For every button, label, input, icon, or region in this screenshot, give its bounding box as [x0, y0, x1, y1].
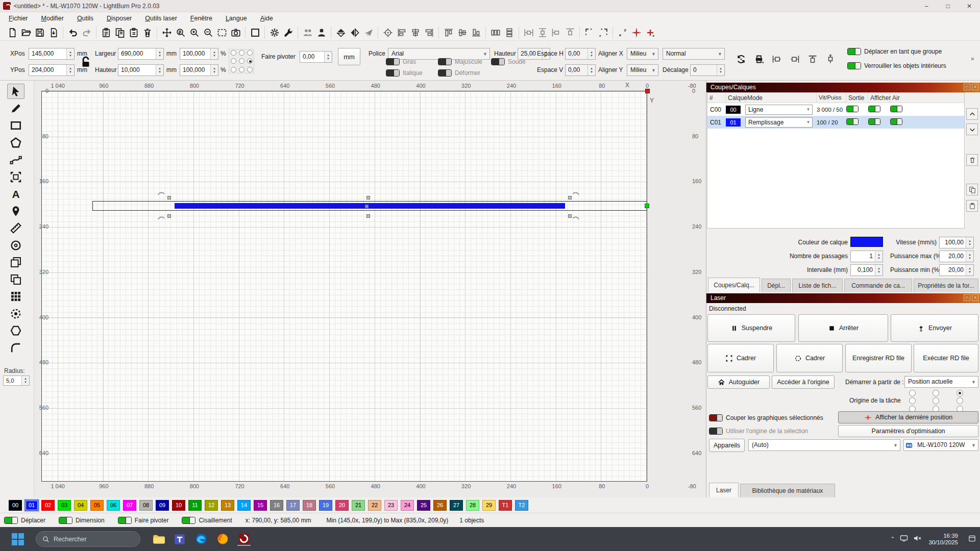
soude-toggle[interactable] [491, 58, 505, 65]
appareils-button[interactable]: Appareils [709, 439, 745, 452]
palette-chip-04[interactable]: 04 [74, 500, 87, 511]
shape-start-node[interactable] [645, 204, 649, 208]
hang-square-icon[interactable] [823, 52, 837, 66]
maximize-button-icon[interactable]: □ [937, 0, 959, 12]
frame-selection-icon[interactable] [215, 26, 229, 39]
polygon-tool-icon[interactable] [7, 135, 24, 151]
print-origin-icon[interactable] [381, 26, 395, 39]
scale-anchor-4[interactable] [239, 58, 244, 64]
palette-chip-20[interactable]: 20 [335, 500, 349, 511]
afficher-derniere-position-button[interactable]: Afficher la dernière position [838, 411, 978, 423]
scale-anchor-3[interactable] [231, 58, 236, 64]
tray-chevron-icon[interactable]: ⌃ [890, 536, 895, 542]
menu-item-outils-laser[interactable]: Outils laser [138, 13, 184, 23]
minimize-button-icon[interactable]: – [916, 0, 937, 12]
lock-inner-objects-toggle[interactable] [847, 62, 861, 69]
measure-height-icon[interactable] [788, 52, 801, 66]
layer-show-toggle[interactable] [868, 106, 880, 112]
tray-speaker-muted-icon[interactable] [913, 534, 921, 544]
rotation-handle-2[interactable] [157, 213, 166, 221]
layer-mode-combo[interactable]: Ligne▼ [745, 105, 813, 115]
layer-output-toggle[interactable] [846, 106, 859, 112]
vitesse-field[interactable]: 100,00▲▼ [939, 237, 974, 248]
cut-selected-toggle[interactable] [709, 414, 723, 421]
espace-h-field[interactable]: 0,00▲▼ [565, 48, 596, 60]
job-origin-4[interactable] [933, 397, 939, 404]
scale-anchor-1[interactable] [239, 50, 244, 56]
palette-chip-12[interactable]: 12 [205, 500, 218, 511]
scale-anchor-0[interactable] [231, 50, 236, 56]
corner-tr-icon[interactable] [596, 26, 610, 39]
deplacer-toggle[interactable] [4, 517, 18, 524]
notification-icon[interactable] [968, 535, 976, 544]
layer-air-toggle[interactable] [890, 106, 902, 112]
camera-capture-icon[interactable] [229, 26, 242, 39]
paste-icon[interactable] [127, 26, 140, 39]
space-h-icon[interactable] [522, 26, 535, 39]
lock-aspect-icon[interactable] [79, 55, 92, 68]
layer-air-toggle[interactable] [890, 118, 902, 125]
palette-chip-24[interactable]: 24 [401, 500, 414, 511]
flip-vertical-icon[interactable] [334, 26, 348, 39]
laser-panel-header[interactable]: Laser ◴✕ [706, 293, 980, 303]
tab-commande[interactable]: Commande de ca... [844, 279, 912, 292]
acceder-origine-button[interactable]: Accéder à l'origine [772, 375, 835, 389]
enregistrer-rd-button[interactable]: Enregistrer RD file [845, 344, 912, 372]
space-v-icon[interactable] [535, 26, 549, 39]
pos-dot-icon[interactable] [616, 26, 629, 39]
use-selection-origin-toggle[interactable] [709, 428, 723, 435]
close-panel-icon[interactable]: ✕ [972, 84, 978, 90]
menu-item-modifier[interactable]: Modifier [35, 13, 70, 23]
job-origin-3[interactable] [909, 397, 916, 404]
selection-handle-4[interactable] [366, 214, 370, 218]
job-origin-2[interactable] [957, 390, 963, 396]
float-panel-icon[interactable]: ◴ [964, 84, 970, 90]
job-origin-5[interactable] [957, 397, 963, 404]
palette-chip-21[interactable]: 21 [352, 500, 365, 511]
save-file-icon[interactable] [33, 26, 46, 39]
selection-center-handle[interactable] [365, 205, 369, 208]
menu-item-fichier[interactable]: Fichier [2, 13, 35, 23]
palette-chip-23[interactable]: 23 [384, 500, 398, 511]
polygon-tool-tool-icon[interactable] [7, 323, 24, 338]
open-file-icon[interactable] [19, 26, 33, 39]
selection-handle-0[interactable] [167, 196, 171, 199]
ypos-field[interactable]: 204,000▲▼ [29, 64, 75, 76]
menu-item-langue[interactable]: Langue [219, 13, 254, 23]
dimension-toggle[interactable] [59, 517, 72, 524]
show-preview-icon[interactable] [248, 26, 262, 39]
multi-user-icon[interactable] [301, 26, 314, 39]
palette-chip-00[interactable]: 00 [9, 500, 22, 511]
palette-chip-14[interactable]: 14 [237, 500, 251, 511]
corner-tl-icon[interactable] [582, 26, 596, 39]
align-left-icon[interactable] [395, 26, 408, 39]
draw-lines-tool-icon[interactable] [7, 101, 24, 116]
palette-chip-08[interactable]: 08 [139, 500, 153, 511]
user-icon[interactable] [314, 26, 328, 39]
palette-chip-26[interactable]: 26 [433, 500, 447, 511]
executer-rd-button[interactable]: Exécuter RD file [914, 344, 978, 372]
tab-proprietes[interactable]: Propriétés de la for... [914, 279, 978, 292]
height-percent-field[interactable]: 100,000▲▼ [180, 64, 218, 76]
tab-bibliotheque-materiaux[interactable]: Bibliothèque de matériaux [740, 484, 835, 497]
edit-nodes-tool-icon[interactable] [7, 152, 24, 167]
toolbar-overflow-chevron[interactable]: » [971, 55, 974, 62]
hauteur-field[interactable]: 10,000▲▼ [118, 64, 164, 76]
cisaillement-toggle[interactable] [182, 517, 195, 524]
autoguider-button[interactable]: Autoguider [707, 375, 770, 389]
position-pin-tool-icon[interactable] [7, 204, 24, 219]
selection-handle-1[interactable] [366, 196, 370, 199]
pmax-field[interactable]: 20,00▲▼ [939, 251, 974, 262]
scale-anchor-7[interactable] [239, 67, 244, 72]
distribute-v-icon[interactable] [502, 26, 516, 39]
palette-chip-11[interactable]: 11 [188, 500, 202, 511]
rotation-handle-3[interactable] [571, 213, 580, 221]
zoom-out-icon[interactable] [201, 26, 215, 39]
move-to-position-red-icon[interactable] [643, 26, 657, 39]
port-combo[interactable]: (Auto)▼ [748, 439, 900, 451]
intervalle-field[interactable]: 0,100▲▼ [850, 264, 883, 276]
italique-toggle[interactable] [386, 69, 400, 77]
undo-icon[interactable] [66, 26, 80, 39]
firefox-browser-icon[interactable] [216, 533, 229, 546]
scale-anchor-2[interactable] [247, 50, 253, 56]
